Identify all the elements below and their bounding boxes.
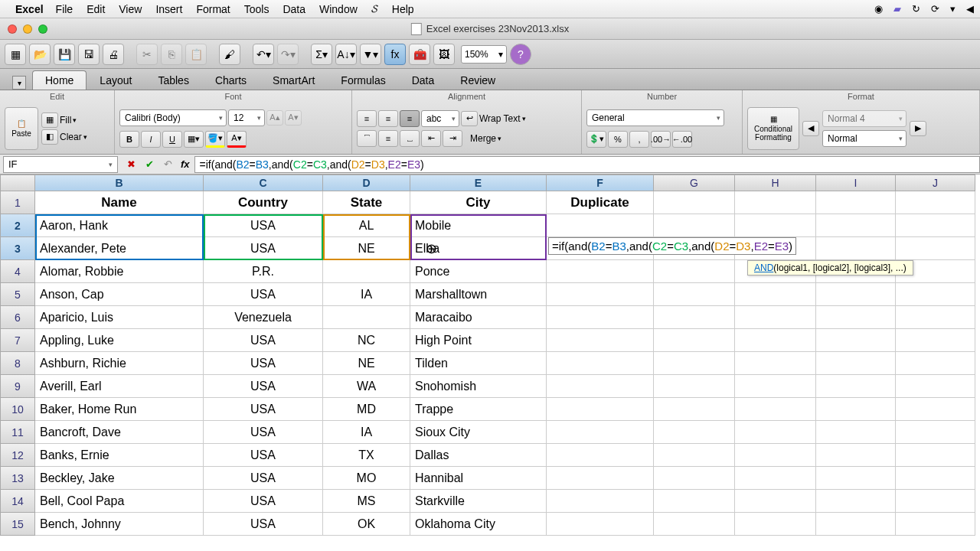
cell-G15[interactable] xyxy=(654,513,735,536)
row-header[interactable]: 15 xyxy=(0,513,35,536)
tooltip-function-link[interactable]: AND xyxy=(754,262,773,273)
col-header-j[interactable]: J xyxy=(896,174,975,191)
cell-E13[interactable]: Hannibal xyxy=(410,467,547,490)
cell-E14[interactable]: Starkville xyxy=(410,490,547,513)
style-preview-2[interactable]: Normal xyxy=(822,130,906,147)
paste-icon[interactable]: 📋 xyxy=(185,44,207,65)
menu-view[interactable]: View xyxy=(119,3,142,15)
cancel-icon[interactable]: ✖ xyxy=(124,158,138,171)
cell-D3[interactable]: NE xyxy=(323,237,410,260)
timemachine-icon[interactable]: ↻ xyxy=(912,3,920,15)
cell-J11[interactable] xyxy=(896,421,975,444)
tab-charts[interactable]: Charts xyxy=(202,70,260,90)
cell-E10[interactable]: Trappe xyxy=(410,398,547,421)
tab-formulas[interactable]: Formulas xyxy=(328,70,398,90)
ribbon-collapse-button[interactable]: ▾ xyxy=(12,76,26,90)
cell-H1[interactable] xyxy=(735,191,816,214)
font-name-select[interactable]: Calibri (Body) xyxy=(119,109,227,126)
menubar[interactable]: Excel File Edit View Insert Format Tools… xyxy=(0,0,980,18)
fill-color-button[interactable]: 🪣▾ xyxy=(205,131,225,148)
tab-smartart[interactable]: SmartArt xyxy=(260,70,328,90)
cell-E12[interactable]: Dallas xyxy=(410,444,547,467)
row-header[interactable]: 5 xyxy=(0,283,35,306)
row-header[interactable]: 1 xyxy=(0,191,35,214)
cell-F2[interactable] xyxy=(547,214,654,237)
tab-layout[interactable]: Layout xyxy=(87,70,145,90)
inc-decimal-icon[interactable]: .00→ xyxy=(651,131,671,148)
percent-icon[interactable]: % xyxy=(608,131,628,148)
cell-H2[interactable] xyxy=(735,214,816,237)
number-format-select[interactable]: General xyxy=(586,109,724,126)
italic-button[interactable]: I xyxy=(141,131,161,148)
valign-mid-icon[interactable]: ≡ xyxy=(378,130,398,147)
cell-B6[interactable]: Aparicio, Luis xyxy=(35,306,204,329)
cell-D8[interactable]: NE xyxy=(323,352,410,375)
cell-J13[interactable] xyxy=(896,467,975,490)
fill-label[interactable]: Fill xyxy=(60,115,71,126)
cell-B8[interactable]: Ashburn, Richie xyxy=(35,352,204,375)
cell-I5[interactable] xyxy=(816,283,896,306)
menu-window[interactable]: Window xyxy=(319,3,358,15)
help-icon[interactable]: ? xyxy=(510,44,531,65)
col-header-c[interactable]: C xyxy=(204,174,323,191)
cell-F9[interactable] xyxy=(547,375,654,398)
cell-H6[interactable] xyxy=(735,306,816,329)
row-header[interactable]: 14 xyxy=(0,490,35,513)
new-icon[interactable]: ▦ xyxy=(5,44,26,65)
cell-I11[interactable] xyxy=(816,421,896,444)
record-icon[interactable]: ◉ xyxy=(874,3,883,15)
name-box[interactable]: IF xyxy=(3,156,118,173)
menu-file[interactable]: File xyxy=(56,3,74,15)
cell-F1[interactable]: Duplicate xyxy=(547,191,654,214)
comma-icon[interactable]: , xyxy=(629,131,649,148)
col-header-d[interactable]: D xyxy=(323,174,410,191)
cell-J7[interactable] xyxy=(896,329,975,352)
col-header-i[interactable]: I xyxy=(816,174,896,191)
select-all-corner[interactable] xyxy=(0,174,35,191)
cell-G10[interactable] xyxy=(654,398,735,421)
cell-I3[interactable] xyxy=(816,237,896,260)
cell-F7[interactable] xyxy=(547,329,654,352)
cell-C6[interactable]: Venezuela xyxy=(204,306,323,329)
clear-label[interactable]: Clear xyxy=(60,132,82,142)
row-header[interactable]: 10 xyxy=(0,398,35,421)
align-center-icon[interactable]: ≡ xyxy=(378,110,398,127)
cell-B12[interactable]: Banks, Ernie xyxy=(35,444,204,467)
cell-C2[interactable]: USA xyxy=(204,214,323,237)
cell-J12[interactable] xyxy=(896,444,975,467)
dec-decimal-icon[interactable]: ←.00 xyxy=(672,131,692,148)
cell-C13[interactable]: USA xyxy=(204,467,323,490)
cell-E3[interactable]: Elba xyxy=(410,237,547,260)
formula-builder-icon[interactable]: fx xyxy=(384,44,406,65)
cell-E9[interactable]: Snohomish xyxy=(410,375,547,398)
cell-B3[interactable]: Alexander, Pete xyxy=(35,237,204,260)
cell-D9[interactable]: WA xyxy=(323,375,410,398)
cell-J1[interactable] xyxy=(896,191,975,214)
cell-C15[interactable]: USA xyxy=(204,513,323,536)
cell-G8[interactable] xyxy=(654,352,735,375)
print-icon[interactable]: 🖨 xyxy=(103,44,124,65)
cell-F12[interactable] xyxy=(547,444,654,467)
valign-bot-icon[interactable]: ⎵ xyxy=(400,130,420,147)
cell-C4[interactable]: P.R. xyxy=(204,260,323,283)
cell-G6[interactable] xyxy=(654,306,735,329)
col-header-h[interactable]: H xyxy=(735,174,816,191)
cell-D5[interactable]: IA xyxy=(323,283,410,306)
cell-D2[interactable]: AL xyxy=(323,214,410,237)
zoom-select[interactable]: 150%▾ xyxy=(461,45,507,64)
cell-I12[interactable] xyxy=(816,444,896,467)
tab-home[interactable]: Home xyxy=(32,70,87,90)
app-name[interactable]: Excel xyxy=(15,3,44,15)
confirm-icon[interactable]: ✔ xyxy=(142,158,156,171)
cell-F11[interactable] xyxy=(547,421,654,444)
cell-G11[interactable] xyxy=(654,421,735,444)
fx-back-icon[interactable]: ↶ xyxy=(161,158,175,171)
cell-B7[interactable]: Appling, Luke xyxy=(35,329,204,352)
col-header-e[interactable]: E xyxy=(410,174,547,191)
menu-help[interactable]: Help xyxy=(392,3,414,15)
style-prev-icon[interactable]: ◀ xyxy=(802,121,819,136)
cell-G4[interactable] xyxy=(654,260,735,283)
cell-B4[interactable]: Alomar, Robbie xyxy=(35,260,204,283)
minimize-button[interactable] xyxy=(23,24,32,34)
cell-C5[interactable]: USA xyxy=(204,283,323,306)
